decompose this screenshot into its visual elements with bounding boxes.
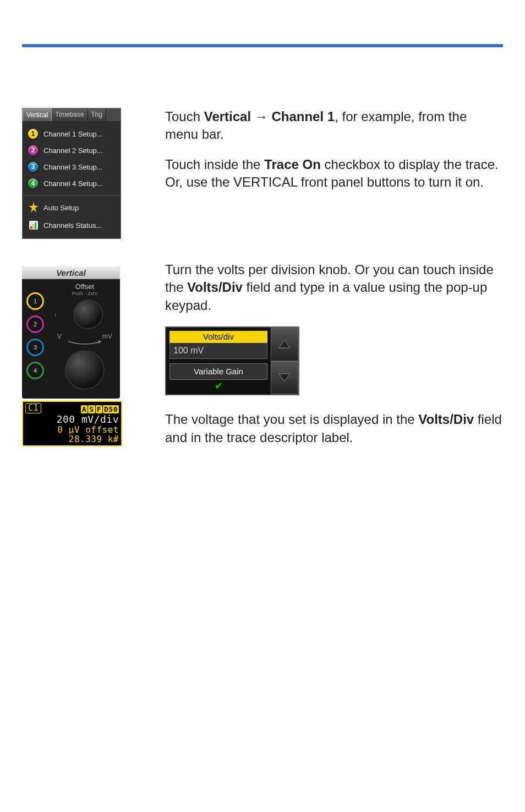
menu-item-label: Channel 3 Setup...	[43, 163, 103, 171]
trace-channel-chip: C1	[25, 403, 41, 413]
volts-per-div-up-button[interactable]	[271, 328, 298, 361]
menu-item-label: Channel 2 Setup...	[43, 146, 103, 155]
channel-2-ring-icon: 2	[26, 315, 44, 333]
volts-per-div-knob[interactable]	[65, 350, 105, 390]
menu-item-channel-3-setup[interactable]: 3 Channel 3 Setup...	[23, 159, 121, 175]
menu-item-label: Channels Status...	[43, 221, 102, 230]
channel-4-ring-icon: 4	[26, 362, 44, 379]
offset-sublabel: Push - Zero	[54, 291, 116, 296]
tab-vertical[interactable]: Vertical	[23, 108, 52, 121]
menu-item-channels-status[interactable]: Channels Status...	[23, 216, 121, 234]
instruction-paragraph-2: Touch inside the Trace On checkbox to di…	[165, 156, 503, 192]
volts-per-div-value-field[interactable]: 100 mV	[169, 343, 267, 359]
channel-ring-column: 1 2 3 4	[26, 282, 44, 393]
trace-badges: ASFD50	[80, 403, 119, 414]
svg-rect-4	[35, 222, 36, 229]
trace-extra: 28.339 k#	[25, 434, 119, 444]
menu-item-label: Channel 4 Setup...	[43, 179, 103, 188]
channels-status-icon	[28, 220, 39, 231]
svg-rect-2	[30, 226, 32, 229]
auto-setup-icon	[28, 202, 39, 213]
channel-4-badge: 4	[28, 178, 38, 188]
instruction-paragraph-1: Touch Vertical → Channel 1, for example,…	[165, 108, 503, 144]
scale-v-label: V	[57, 333, 62, 340]
vertical-knob-panel-figure: Vertical 1 2 3 4 Offset Push - Zero ↕	[22, 266, 120, 399]
tab-trig[interactable]: Trig	[88, 108, 106, 121]
channel-1-badge: 1	[28, 129, 38, 139]
trace-descriptor-label-figure: C1 ASFD50 200 mV/div 0 µV offset 28.339 …	[22, 401, 122, 446]
volts-per-div-down-button[interactable]	[271, 361, 298, 395]
volts-per-div-label: Volts/div	[169, 331, 267, 343]
offset-knob[interactable]	[73, 299, 103, 329]
channel-1-ring-icon: 1	[26, 292, 44, 310]
menu-item-label: Auto Setup	[43, 204, 79, 212]
variable-gain-button[interactable]: Variable Gain	[169, 363, 267, 380]
menu-item-channel-1-setup[interactable]: 1 Channel 1 Setup...	[23, 126, 121, 142]
volts-per-div-field-figure: Volts/div 100 mV Variable Gain ✔	[165, 326, 299, 395]
channel-3-ring-icon: 3	[26, 339, 44, 356]
vertical-menu-figure: Vertical Timebase Trig 1 Channel 1 Setup…	[22, 108, 121, 239]
menu-tabs: Vertical Timebase Trig	[23, 108, 121, 121]
menu-item-auto-setup[interactable]: Auto Setup	[23, 199, 121, 216]
header-rule	[22, 44, 503, 47]
channel-2-badge: 2	[28, 145, 38, 155]
scale-arc-icon	[65, 340, 104, 346]
menu-separator	[23, 195, 121, 195]
tab-timebase[interactable]: Timebase	[52, 108, 88, 121]
trace-offset: 0 µV offset	[25, 425, 119, 435]
channel-3-badge: 3	[28, 162, 38, 172]
scale-mv-label: mV	[102, 333, 112, 340]
offset-label: Offset	[54, 282, 116, 291]
instruction-paragraph-3: Turn the volts per division knob. Or you…	[165, 261, 503, 314]
svg-marker-6	[279, 340, 290, 348]
offset-updown-icon: ↕	[54, 311, 57, 318]
vertical-panel-title: Vertical	[22, 266, 120, 279]
instruction-paragraph-4: The voltage that you set is displayed in…	[165, 411, 503, 446]
trace-volts-per-div: 200 mV/div	[25, 414, 119, 425]
menu-item-channel-4-setup[interactable]: 4 Channel 4 Setup...	[23, 175, 121, 192]
menu-item-channel-2-setup[interactable]: 2 Channel 2 Setup...	[23, 142, 121, 159]
svg-marker-0	[29, 202, 39, 212]
variable-gain-checkmark-icon: ✔	[169, 381, 267, 391]
svg-rect-3	[32, 224, 34, 229]
svg-marker-7	[279, 374, 290, 382]
menu-item-label: Channel 1 Setup...	[43, 130, 103, 138]
